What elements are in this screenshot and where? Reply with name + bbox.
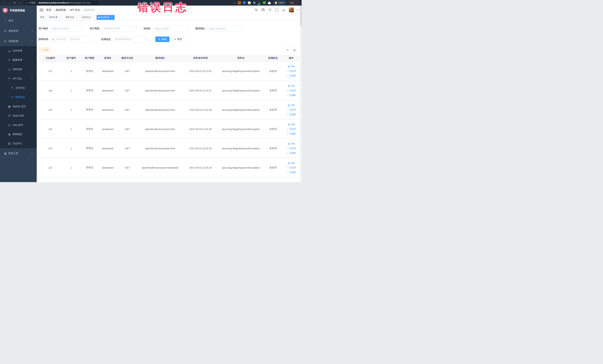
- sidebar-logo[interactable]: 芋道管理系统: [0, 6, 37, 16]
- browser-menu-icon[interactable]: ⋮: [296, 1, 298, 4]
- tab-close-icon[interactable]: ×: [110, 16, 113, 19]
- action-detail-link[interactable]: ◉详细: [283, 84, 300, 88]
- tab-close-icon[interactable]: ×: [92, 16, 94, 19]
- sidebar-item-redis-monitor[interactable]: ☰Redis 监控: [0, 111, 37, 120]
- profile-paused-chip[interactable]: 已暂停: [273, 1, 286, 5]
- extension-switch-icon[interactable]: on: [258, 1, 261, 4]
- address-bar[interactable]: ⚠ 不安全 dashboard.yudao.iocoder.cn/infra/l…: [24, 1, 99, 5]
- sidebar-item-error-log[interactable]: ✎错误日志: [0, 93, 37, 102]
- exception-name-cell: java.lang.IllegalArgumentException: [219, 100, 263, 119]
- action-ignored-link[interactable]: ✓已忽略: [283, 112, 300, 117]
- user-avatar[interactable]: [289, 7, 294, 12]
- extension-leaf-icon[interactable]: [263, 1, 266, 4]
- config-manage-icon: ✎: [8, 59, 11, 61]
- request-url-input[interactable]: [207, 26, 242, 31]
- exception-time-cell: 2021-05-03 23:13:51: [182, 61, 219, 81]
- tab-item[interactable]: 定时任务×: [47, 15, 63, 20]
- breadcrumb-item[interactable]: API 日志: [70, 8, 80, 12]
- action-detail-link[interactable]: ◉详细: [283, 161, 300, 165]
- bookmark-star-icon[interactable]: ☆: [233, 1, 236, 4]
- sidebar-item-system-manage[interactable]: ⚙系统管理: [0, 26, 37, 36]
- security-label[interactable]: 不安全: [29, 1, 36, 4]
- export-button[interactable]: ↧ 导出: [39, 47, 51, 52]
- action-processed-link[interactable]: ✓已处理: [283, 146, 300, 151]
- action-detail-link[interactable]: ◉详细: [283, 64, 300, 69]
- reset-button[interactable]: ⟳ 重置: [171, 36, 185, 42]
- tab-item[interactable]: 调度日志×: [64, 15, 79, 20]
- browser-home-icon[interactable]: ⌂: [17, 0, 22, 5]
- app-name-input[interactable]: [152, 26, 188, 31]
- action-ignored-link[interactable]: ✓已忽略: [283, 170, 300, 175]
- action-detail-link[interactable]: ◉详细: [283, 103, 300, 107]
- extension-orange-icon[interactable]: [238, 1, 241, 4]
- tab-item[interactable]: 首页: [38, 15, 46, 20]
- docs-question-icon[interactable]: ?: [268, 8, 272, 12]
- tab-close-icon[interactable]: ×: [75, 16, 78, 19]
- breadcrumb-item[interactable]: 首页: [46, 8, 51, 12]
- user-type-select[interactable]: 请选择用户类型: [101, 26, 136, 31]
- action-detail-link[interactable]: ◉详细: [283, 141, 300, 146]
- update-button[interactable]: 更新 ⋮: [288, 1, 300, 5]
- column-settings-button[interactable]: ▥: [292, 47, 297, 52]
- action-ignored-link[interactable]: ✓已忽略: [283, 73, 300, 78]
- action-ignored-link[interactable]: ✓已忽略: [283, 131, 300, 136]
- sidebar-item-log-center[interactable]: ▤日志中心: [0, 139, 37, 148]
- columns-icon: ▥: [293, 48, 296, 51]
- avatar-caret-down-icon[interactable]: [297, 10, 299, 11]
- action-processed-link[interactable]: ✓已处理: [283, 127, 300, 131]
- user-id-input[interactable]: [50, 26, 83, 31]
- actions-cell: ◉详细✓已处理✓已忽略: [283, 139, 300, 158]
- process-status-select[interactable]: 请选择处理状态: [113, 36, 148, 42]
- user-id-cell: 1: [62, 139, 81, 158]
- mysql-monitor-icon: ▦: [8, 105, 11, 108]
- font-size-icon[interactable]: TT: [282, 8, 285, 12]
- action-processed-link[interactable]: ✓已处理: [283, 107, 300, 112]
- column-header: 操作: [283, 55, 300, 61]
- action-detail-link[interactable]: ◉详细: [283, 122, 300, 127]
- github-icon[interactable]: [261, 8, 265, 12]
- extensions-puzzle-icon[interactable]: [268, 1, 271, 4]
- sidebar-item-file-manage[interactable]: ☁文件管理: [0, 46, 37, 55]
- header-search-icon[interactable]: [255, 8, 258, 12]
- window-scrollbar[interactable]: [300, 6, 302, 182]
- date-range-picker[interactable]: ▦ 开始日期 - 结束日期: [50, 36, 94, 42]
- sidebar-item-home[interactable]: ⌂首页: [0, 16, 37, 26]
- sidebar-item-config-manage[interactable]: ✎配置管理: [0, 55, 37, 65]
- scrollbar-thumb[interactable]: [301, 6, 302, 26]
- extension-green-v-icon[interactable]: V: [248, 1, 251, 4]
- sidebar-item-trace[interactable]: ◉链路追踪: [0, 130, 37, 139]
- extension-shield-icon[interactable]: [243, 1, 246, 4]
- action-ignored-link[interactable]: ✓已忽略: [283, 93, 300, 97]
- sidebar-item-scheduled-task[interactable]: ◷定时任务: [0, 65, 37, 74]
- sidebar-item-devtools[interactable]: ▣研发工具: [0, 148, 37, 158]
- browser-reload-icon[interactable]: ⟳: [12, 0, 17, 5]
- action-label: 详细: [290, 141, 295, 146]
- sidebar-item-infrastructure[interactable]: ⊡基础设施: [0, 36, 37, 46]
- action-ignored-link[interactable]: ✓已忽略: [283, 151, 300, 155]
- browser-forward-icon[interactable]: →: [7, 0, 12, 5]
- check-icon: ✓: [287, 73, 289, 78]
- search-button[interactable]: 搜索: [155, 36, 169, 42]
- sidebar-item-access-log[interactable]: ✎访问日志: [0, 83, 37, 93]
- sidebar-item-api-log[interactable]: ✎API 日志: [0, 74, 37, 83]
- tab-active-item[interactable]: 错误日志×: [97, 15, 115, 20]
- action-processed-link[interactable]: ✓已处理: [283, 88, 300, 93]
- hamburger-icon[interactable]: [39, 9, 43, 12]
- tab-item[interactable]: 访问日志×: [80, 15, 96, 20]
- browser-back-icon[interactable]: ←: [2, 0, 6, 5]
- column-header: 请求方法名: [117, 55, 138, 61]
- fullscreen-icon[interactable]: [275, 8, 278, 12]
- url-path: /infra/log/api-error-log: [69, 1, 90, 4]
- refresh-circle-button[interactable]: ⟳: [285, 47, 290, 52]
- log-id-cell: 114: [39, 119, 62, 139]
- action-label: 详细: [290, 84, 295, 88]
- sidebar-item-mysql-monitor[interactable]: ▦MySQL 监控: [0, 102, 37, 111]
- breadcrumb-item[interactable]: 基础设施: [55, 8, 66, 12]
- user-type-placeholder: 请选择用户类型: [104, 27, 120, 30]
- extension-grid-icon[interactable]: [253, 1, 256, 4]
- sidebar-item-java-monitor[interactable]: ◫Java 监控: [0, 120, 37, 130]
- chevron-up-icon: [31, 78, 33, 80]
- action-processed-link[interactable]: ✓已处理: [283, 69, 300, 73]
- action-processed-link[interactable]: ✓已处理: [283, 165, 300, 170]
- tab-close-icon[interactable]: ×: [58, 16, 61, 19]
